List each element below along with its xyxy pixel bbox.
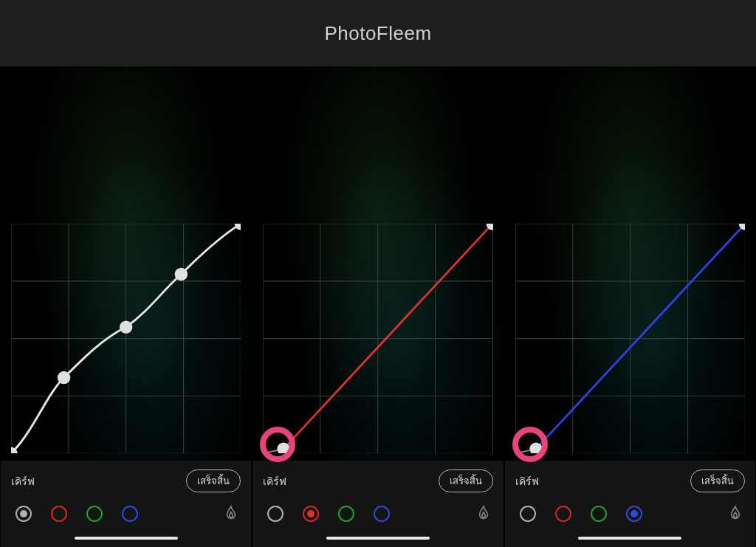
- panel-2: เคิร์ฟ เสร็จสิ้น: [252, 66, 504, 547]
- home-indicator[interactable]: [326, 537, 430, 540]
- svg-point-12: [120, 320, 132, 333]
- bottom-bar-1: เคิร์ฟ เสร็จสิ้น: [1, 461, 251, 547]
- curve-grid: [263, 224, 492, 453]
- channel-picker-3: [515, 504, 745, 523]
- svg-point-14: [235, 224, 241, 230]
- curve-editor-2[interactable]: [263, 224, 492, 453]
- curve-grid: [515, 224, 745, 453]
- svg-point-11: [58, 371, 70, 384]
- channel-green[interactable]: [86, 506, 103, 522]
- panel-3: เคิร์ฟ เสร็จสิ้น: [504, 66, 756, 547]
- channel-red[interactable]: [555, 506, 571, 522]
- curve-label: เคิร์ฟ: [515, 473, 539, 489]
- channel-blue[interactable]: [374, 506, 390, 522]
- done-button[interactable]: เสร็จสิ้น: [690, 469, 745, 492]
- bottom-bar-3: เคิร์ฟ เสร็จสิ้น: [505, 461, 755, 547]
- curve-label: เคิร์ฟ: [263, 473, 286, 489]
- panels-row: เคิร์ฟ เสร็จสิ้น: [0, 66, 756, 547]
- reset-icon[interactable]: [726, 504, 745, 523]
- channel-blue[interactable]: [122, 506, 138, 522]
- photo-preview-2[interactable]: [252, 66, 503, 461]
- channel-red[interactable]: [51, 506, 67, 522]
- home-indicator[interactable]: [75, 537, 178, 540]
- done-button[interactable]: เสร็จสิ้น: [186, 469, 241, 492]
- bottom-bar-2: เคิร์ฟ เสร็จสิ้น: [252, 461, 503, 547]
- curve-editor-1[interactable]: [11, 224, 241, 453]
- photo-preview-3[interactable]: [505, 66, 755, 461]
- done-button[interactable]: เสร็จสิ้น: [439, 469, 493, 492]
- channel-white[interactable]: [16, 506, 32, 522]
- photo-preview-1[interactable]: [1, 66, 251, 461]
- channel-picker-2: [263, 504, 492, 523]
- home-indicator[interactable]: [578, 537, 681, 540]
- panel-1: เคิร์ฟ เสร็จสิ้น: [0, 66, 252, 547]
- channel-picker-1: [11, 504, 241, 523]
- channel-red[interactable]: [303, 506, 319, 522]
- curve-line-3[interactable]: [536, 224, 745, 449]
- channel-white[interactable]: [267, 506, 284, 522]
- app-title: PhotoFleem: [324, 22, 431, 45]
- reset-icon[interactable]: [474, 504, 493, 523]
- curve-label: เคิร์ฟ: [11, 473, 35, 489]
- channel-blue[interactable]: [626, 506, 642, 522]
- curve-line-2[interactable]: [284, 224, 492, 449]
- channel-white[interactable]: [520, 506, 536, 522]
- curve-editor-3[interactable]: [515, 224, 745, 453]
- reset-icon[interactable]: [221, 504, 241, 523]
- app-header: PhotoFleem: [0, 0, 756, 66]
- curve-grid: [11, 224, 241, 453]
- svg-point-13: [175, 267, 188, 280]
- channel-green[interactable]: [338, 506, 354, 522]
- channel-green[interactable]: [591, 506, 607, 522]
